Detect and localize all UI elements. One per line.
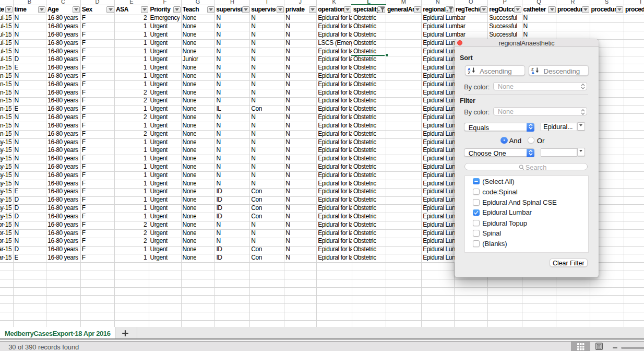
svg-text:A: A [532,71,535,75]
svg-text:Z: Z [468,71,470,75]
